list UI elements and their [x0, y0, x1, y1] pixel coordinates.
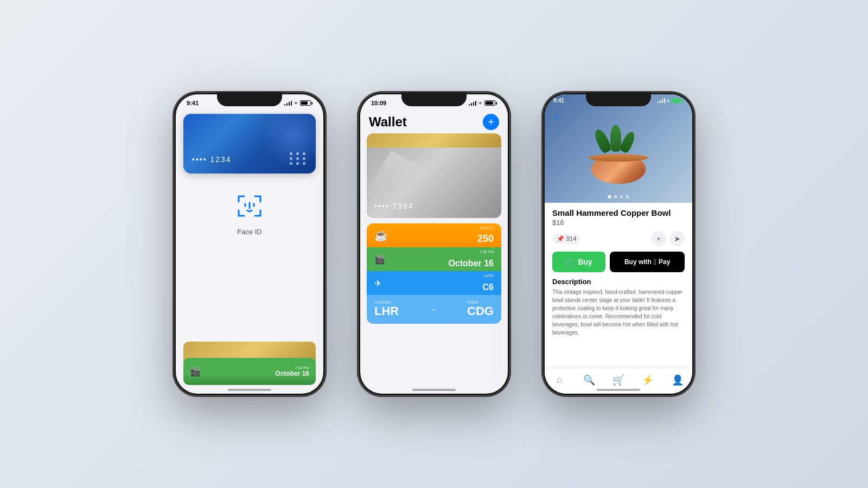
pass-flight-row: ✈ GATE C6	[367, 271, 501, 295]
phone-2: 10:09 ≈ Wallet	[358, 92, 510, 396]
product-actions-row: 📌 914 + ➤	[552, 231, 685, 246]
pin-icon: 📌	[557, 235, 564, 242]
share-action-button[interactable]: ➤	[669, 231, 685, 246]
card-grey[interactable]: •••• 7964	[367, 147, 501, 218]
action-buttons: + ➤	[651, 231, 685, 246]
pass-coffee-row: ☕ POINTS 250	[367, 223, 501, 247]
wallet-header: Wallet +	[360, 110, 508, 133]
face-id-label: Face ID	[237, 228, 262, 236]
phone-1: 9:41 ≈	[174, 92, 326, 396]
apple-logo: 	[654, 258, 656, 266]
movie-icon-small: 🎬	[190, 367, 201, 377]
phone-2-time: 10:09	[371, 100, 386, 106]
card-number: •••• 1234	[192, 155, 232, 164]
add-action-button[interactable]: +	[651, 231, 666, 246]
card-gold-top	[367, 133, 501, 149]
wifi-icon-3: ≈	[667, 98, 669, 104]
home-indicator-3	[597, 389, 640, 391]
wifi-icon: ≈	[295, 100, 297, 106]
points-value: 250	[477, 233, 494, 245]
pin-count: 914	[566, 235, 576, 242]
phone-1-status-bar: 9:41 ≈	[176, 94, 323, 110]
apple-pay-suffix: Pay	[659, 258, 670, 266]
mini-card-info: 7:30 PM October 16	[275, 366, 309, 377]
face-id-icon	[233, 190, 266, 222]
movie-icon: 🎬	[374, 254, 385, 265]
apple-pay-text: Buy with	[624, 258, 652, 266]
image-dots	[608, 195, 629, 198]
phone-1-time: 9:41	[187, 100, 199, 106]
mini-card-green: 🎬 7:30 PM October 16	[183, 358, 316, 385]
battery-icon-3	[671, 98, 684, 104]
nav-home[interactable]: ⌂	[550, 370, 569, 390]
battery-icon-2	[484, 100, 497, 106]
coffee-icon: ☕	[374, 229, 388, 242]
phone-3: 9:41 ≈	[542, 92, 694, 396]
product-visual	[591, 119, 646, 187]
phone-3-status-icons: ≈	[658, 98, 684, 104]
product-image: 9:41 ≈	[545, 94, 692, 203]
dot-3	[620, 195, 623, 198]
desc-text: This vintage inspired, hand-crafted, ham…	[552, 288, 685, 337]
back-button[interactable]: ‹	[550, 110, 563, 123]
signal-icon-2	[469, 101, 477, 106]
pin-badge: 📌 914	[552, 234, 580, 244]
origin-city: LONDON LHR	[374, 300, 399, 318]
movie-time-label: 7:30 PM	[480, 250, 494, 254]
nav-search[interactable]: 🔍	[579, 370, 599, 390]
gate-label: GATE	[483, 274, 494, 278]
wallet-title: Wallet	[369, 114, 407, 130]
mini-card-time: 7:30 PM	[275, 366, 309, 370]
phone-1-status-icons: ≈	[284, 100, 312, 106]
payment-card: •••• 1234	[183, 114, 316, 174]
apple-pay-button[interactable]: Buy with  Pay	[610, 252, 685, 272]
card-grey-number: •••• 7964	[374, 202, 414, 210]
cart-icon: 🛒	[565, 258, 575, 266]
flight-arrow: →	[429, 305, 437, 314]
home-indicator-2	[412, 389, 456, 391]
product-name: Small Hammered Copper Bowl	[552, 208, 685, 217]
battery-icon	[300, 100, 312, 106]
phone-2-status-icons: ≈	[469, 100, 497, 106]
nav-cart[interactable]: 🛒	[609, 370, 628, 390]
mini-card-date: October 16	[275, 370, 309, 377]
pass-stack: ☕ POINTS 250 🎬 7:30 PM October 16 ✈ GATE…	[367, 223, 501, 324]
description-section: Description This vintage inspired, hand-…	[552, 278, 685, 337]
face-id-section: Face ID	[176, 190, 323, 236]
dot-1	[608, 195, 611, 198]
boarding-pass: LONDON LHR → PARIS CDG	[367, 295, 501, 324]
nav-flash[interactable]: ⚡	[638, 370, 658, 390]
phone-1-screen: 9:41 ≈	[176, 94, 323, 394]
gate-value: C6	[483, 282, 494, 292]
nav-profile[interactable]: 👤	[668, 370, 687, 390]
card-chip-dots	[290, 152, 307, 165]
buy-button[interactable]: 🛒 Buy	[552, 252, 605, 272]
dest-city: PARIS CDG	[467, 300, 494, 318]
signal-icon	[284, 101, 292, 106]
wallet-add-button[interactable]: +	[483, 114, 499, 130]
pass-movie-row: 🎬 7:30 PM October 16	[367, 247, 501, 271]
signal-icon-3	[658, 98, 666, 103]
desc-title: Description	[552, 278, 685, 286]
phones-container: 9:41 ≈	[174, 92, 694, 396]
plane-icon: ✈	[374, 278, 381, 288]
product-price: $16	[552, 219, 685, 227]
home-indicator-1	[228, 389, 271, 391]
movie-date: October 16	[448, 259, 494, 268]
phone-2-screen: 10:09 ≈ Wallet	[360, 94, 508, 394]
dot-2	[614, 195, 617, 198]
product-details: Small Hammered Copper Bowl $16 📌 914 + ➤	[545, 203, 692, 342]
points-label: POINTS	[480, 226, 494, 230]
dot-4	[626, 195, 629, 198]
phone-3-time: 9:41	[553, 98, 564, 104]
phone-3-screen: 9:41 ≈	[545, 94, 692, 394]
buy-buttons: 🛒 Buy Buy with  Pay	[552, 252, 685, 272]
bottom-card-preview: 🎬 7:30 PM October 16	[183, 342, 316, 385]
wallet-card-stack: •••• 7964	[367, 133, 501, 218]
phone-2-status-bar: 10:09 ≈	[360, 94, 508, 110]
wifi-icon-2: ≈	[479, 100, 482, 106]
